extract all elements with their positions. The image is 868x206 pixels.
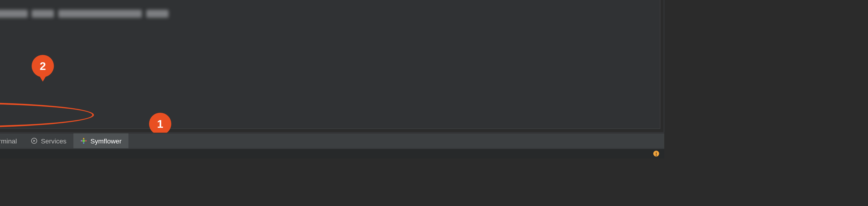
log-output[interactable]: Machine ID: Containerized: false BuildVe…: [0, 0, 660, 129]
svg-point-22: [81, 140, 82, 142]
svg-point-19: [83, 138, 84, 139]
services-label: Services: [41, 137, 66, 145]
log-line: KernelVersion: 22.3.0: [0, 128, 652, 129]
status-bar: [0, 148, 664, 159]
svg-point-20: [85, 140, 87, 142]
terminal-button[interactable]: Terminal: [0, 133, 24, 148]
ide-notifications-button[interactable]: [651, 149, 661, 159]
terminal-label: Terminal: [0, 137, 17, 145]
bottom-tool-bar: Version Control TODO Problems Terminal S…: [0, 133, 664, 148]
svg-point-18: [82, 140, 85, 142]
symflower-icon: [80, 137, 87, 144]
log-line: BuildVersion: 22D49: [0, 88, 652, 101]
log-line: Machine ID:: [0, 8, 652, 21]
play-icon: [30, 137, 37, 144]
warning-badge-icon: [652, 150, 659, 157]
log-line: Containerized: false: [0, 48, 652, 61]
symflower-button[interactable]: Symflower: [73, 133, 128, 148]
log-panel: Machine ID: Containerized: false BuildVe…: [0, 0, 664, 133]
services-button[interactable]: Services: [24, 133, 73, 148]
svg-point-21: [83, 142, 84, 144]
symflower-label: Symflower: [90, 137, 122, 145]
